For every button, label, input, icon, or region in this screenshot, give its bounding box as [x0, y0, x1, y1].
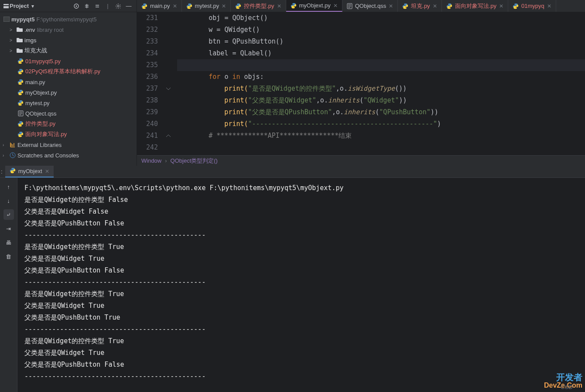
- file-icon: [16, 47, 24, 54]
- tree-item-label: 01mypyqt5.py: [25, 58, 61, 65]
- editor-tab[interactable]: main.py ✕: [137, 0, 182, 12]
- project-sidebar: Project ▾ | — mypyqt5 F:\pythonitems\myp…: [0, 0, 137, 166]
- tree-item-label: 02PyQt5程序基本结构解析.py: [25, 68, 100, 75]
- file-icon: [17, 120, 24, 127]
- close-icon[interactable]: ✕: [333, 3, 338, 9]
- svg-rect-0: [3, 4, 9, 5]
- fold-gutter[interactable]: [164, 12, 177, 155]
- file-icon: [17, 89, 24, 96]
- run-toolbar: ↑ ↓ ⤶ ⇥ 🖶 🗑: [0, 178, 17, 392]
- editor-tab[interactable]: 控件类型.py ✕: [231, 0, 286, 12]
- project-title-chevron[interactable]: ▾: [29, 3, 37, 9]
- console-output[interactable]: F:\pythonitems\mypyqt5\.env\Scripts\pyth…: [17, 178, 585, 392]
- tree-item-label: main.py: [25, 79, 45, 85]
- project-tree[interactable]: mypyqt5 F:\pythonitems\mypyqt5 > .env li…: [0, 12, 137, 166]
- close-icon[interactable]: ✕: [277, 3, 281, 9]
- close-icon[interactable]: ✕: [389, 3, 393, 9]
- editor-tab[interactable]: myObjext.py ✕: [286, 0, 342, 12]
- editor-tab[interactable]: QObject.qss ✕: [342, 0, 398, 12]
- run-tab-active[interactable]: myObjext ✕: [5, 166, 54, 177]
- close-icon[interactable]: ✕: [45, 168, 49, 174]
- editor-tab[interactable]: 坦克.py ✕: [398, 0, 441, 12]
- chevron-right-icon[interactable]: >: [10, 38, 16, 43]
- down-icon[interactable]: ↓: [3, 195, 14, 206]
- tree-extra-label: External Libraries: [17, 142, 62, 148]
- tree-item[interactable]: 01mypyqt5.py: [0, 56, 137, 66]
- tab-label: mytest.py: [195, 3, 219, 9]
- chevron-right-icon[interactable]: ›: [3, 143, 9, 147]
- tree-item[interactable]: myObjext.py: [0, 87, 137, 98]
- python-icon: [291, 3, 297, 9]
- tree-extra[interactable]: › Scratches and Consoles: [0, 150, 137, 160]
- close-icon[interactable]: ✕: [173, 3, 177, 9]
- tree-item[interactable]: > 坦克大战: [0, 45, 137, 56]
- file-icon: [347, 3, 352, 9]
- tab-label: 面向对象写法.py: [455, 2, 496, 10]
- tree-item[interactable]: QObject.qss: [0, 108, 137, 119]
- run-tool-window: : myObjext ✕ ↑ ↓ ⤶ ⇥ 🖶 🗑 F:\pythonitems\…: [0, 166, 585, 392]
- line-gutter: 231232233234235236237238239240241242243: [137, 12, 164, 155]
- close-icon[interactable]: ✕: [433, 3, 437, 9]
- tree-item[interactable]: > .env library root: [0, 24, 137, 35]
- crumb-sep: ›: [165, 157, 167, 164]
- tree-item-label: mytest.py: [25, 100, 50, 106]
- tree-item[interactable]: mytest.py: [0, 98, 137, 108]
- minimize-icon[interactable]: —: [125, 2, 133, 10]
- line-number: 232: [137, 24, 158, 36]
- editor-breadcrumbs[interactable]: Window › QObject类型判定(): [137, 155, 585, 166]
- crumb-class[interactable]: Window: [141, 157, 161, 164]
- code-line: obj = QObject(): [177, 12, 585, 24]
- module-icon: [3, 16, 10, 23]
- tree-item-label: 面向对象写法.py: [25, 130, 67, 138]
- editor-tab[interactable]: mytest.py ✕: [182, 0, 231, 12]
- tree-item[interactable]: 控件类型.py: [0, 119, 137, 129]
- close-icon[interactable]: ✕: [499, 3, 503, 9]
- line-number: 238: [137, 95, 158, 106]
- code-line: print("父类是否是QWidget",o.inherits("QWidget…: [177, 95, 585, 106]
- tree-item[interactable]: > imgs: [0, 35, 137, 45]
- editor-area: main.py ✕ mytest.py ✕ 控件类型.py ✕ myObjext…: [137, 0, 585, 166]
- editor-tab[interactable]: 面向对象写法.py ✕: [442, 0, 508, 12]
- extra-icon: [9, 152, 17, 159]
- crumb-method[interactable]: QObject类型判定(): [171, 157, 218, 165]
- run-tabs: : myObjext ✕: [0, 166, 585, 178]
- trash-icon[interactable]: 🗑: [3, 251, 14, 262]
- python-icon: [141, 3, 147, 9]
- python-icon: [402, 3, 408, 9]
- chevron-right-icon[interactable]: ›: [3, 153, 9, 158]
- code-line: # *************API***************结束: [177, 130, 585, 142]
- close-icon[interactable]: ✕: [547, 3, 551, 9]
- project-icon: [3, 3, 10, 10]
- tree-extra[interactable]: › External Libraries: [0, 140, 137, 150]
- tree-item[interactable]: main.py: [0, 77, 137, 87]
- close-icon[interactable]: ✕: [222, 3, 226, 9]
- tree-item-label: .env: [24, 27, 35, 33]
- editor-body[interactable]: 231232233234235236237238239240241242243 …: [137, 12, 585, 155]
- tree-item-label: QObject.qss: [25, 110, 57, 117]
- tree-root-path: F:\pythonitems\mypyqt5: [34, 16, 96, 23]
- collapse-all-icon[interactable]: [93, 2, 101, 10]
- editor-tabs[interactable]: main.py ✕ mytest.py ✕ 控件类型.py ✕ myObjext…: [137, 0, 585, 12]
- line-number: 240: [137, 118, 158, 130]
- fold-open-icon[interactable]: [166, 86, 171, 92]
- divider-icon: |: [104, 2, 112, 10]
- line-number: 236: [137, 71, 158, 83]
- tab-label: main.py: [150, 3, 170, 9]
- tree-root[interactable]: mypyqt5 F:\pythonitems\mypyqt5: [0, 14, 137, 24]
- tree-item[interactable]: 02PyQt5程序基本结构解析.py: [0, 66, 137, 77]
- chevron-right-icon[interactable]: >: [10, 48, 16, 53]
- locate-icon[interactable]: [72, 2, 80, 10]
- settings-icon[interactable]: [114, 2, 122, 10]
- chevron-right-icon[interactable]: >: [10, 27, 16, 32]
- extra-icon: [9, 141, 17, 148]
- tree-item[interactable]: 面向对象写法.py: [0, 129, 137, 140]
- soft-wrap-icon[interactable]: ⤶: [3, 209, 14, 220]
- expand-all-icon[interactable]: [83, 2, 91, 10]
- editor-tab[interactable]: 01mypyq ✕: [508, 0, 556, 12]
- scroll-to-end-icon[interactable]: ⇥: [3, 223, 14, 234]
- code-area[interactable]: obj = QObject() w = QWidget() btn = QPus…: [177, 12, 585, 155]
- fold-close-icon[interactable]: [166, 133, 171, 139]
- tab-label: 坦克.py: [411, 2, 430, 10]
- print-icon[interactable]: 🖶: [3, 237, 14, 248]
- up-icon[interactable]: ↑: [3, 181, 14, 192]
